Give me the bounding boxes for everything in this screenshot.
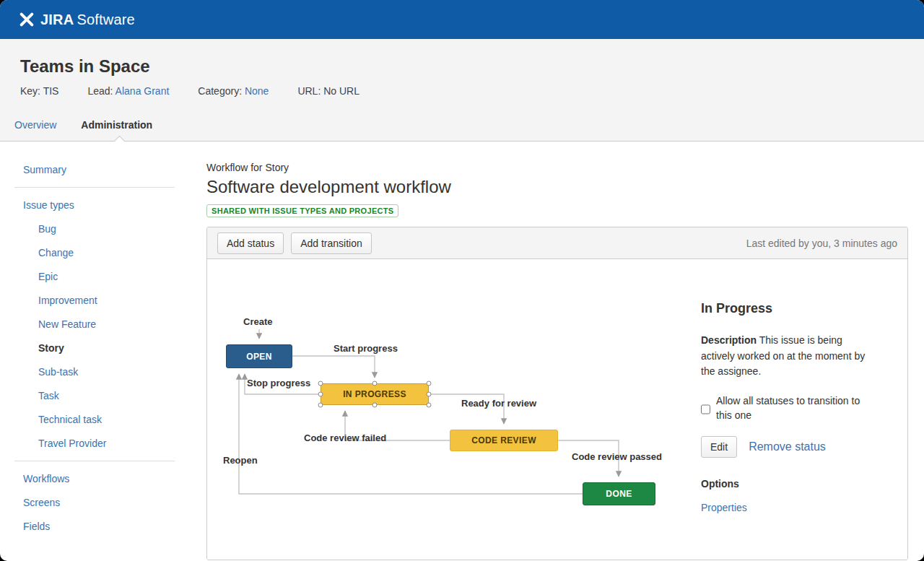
sidebar-item-story[interactable]: Story <box>38 342 192 355</box>
selection-handle[interactable] <box>427 381 432 386</box>
selection-handle[interactable] <box>318 392 323 397</box>
top-navigation-bar: JIRASoftware <box>0 0 924 39</box>
inspector-actions: Edit Remove status <box>701 436 881 458</box>
status-node-in-progress[interactable]: IN PROGRESS <box>321 383 429 405</box>
selection-handle[interactable] <box>318 381 323 386</box>
jira-logo-text: JIRASoftware <box>40 12 135 28</box>
sidebar-item-change[interactable]: Change <box>38 246 192 259</box>
workflow-context-label: Workflow for Story <box>206 162 908 173</box>
status-node-open[interactable]: OPEN <box>226 344 292 368</box>
project-lead: Lead: Alana Grant <box>87 85 169 97</box>
sidebar-item-summary[interactable]: Summary <box>23 163 192 176</box>
options-heading: Options <box>701 478 881 490</box>
sidebar-divider <box>14 461 175 461</box>
tab-administration[interactable]: Administration <box>81 119 152 131</box>
sidebar-item-workflows[interactable]: Workflows <box>23 472 192 485</box>
allow-all-transitions-checkbox[interactable] <box>701 396 710 423</box>
transition-label-code-review-failed[interactable]: Code review failed <box>304 432 386 443</box>
sidebar-item-fields[interactable]: Fields <box>23 520 192 533</box>
project-key: Key: TIS <box>20 85 58 97</box>
project-header: Teams in Space Key: TIS Lead: Alana Gran… <box>0 39 924 108</box>
transition-label-start-progress[interactable]: Start progress <box>334 343 398 354</box>
status-inspector: In Progress Description This issue is be… <box>701 301 881 513</box>
last-edited-text: Last edited by you, 3 minutes ago <box>746 238 897 249</box>
jira-logo-icon <box>19 12 35 27</box>
issue-type-list: Bug Change Epic Improvement New Feature … <box>38 222 192 450</box>
jira-logo[interactable]: JIRASoftware <box>19 12 135 28</box>
selection-handle[interactable] <box>372 381 378 386</box>
sidebar-item-travel-provider[interactable]: Travel Provider <box>38 437 192 450</box>
sidebar-item-new-feature[interactable]: New Feature <box>38 318 192 331</box>
project-title: Teams in Space <box>20 56 924 77</box>
sidebar-divider <box>14 187 175 188</box>
transition-label-ready-for-review[interactable]: Ready for review <box>461 398 536 409</box>
edit-status-button[interactable]: Edit <box>701 436 737 458</box>
sidebar-item-sub-task[interactable]: Sub-task <box>38 365 192 378</box>
workflow-canvas[interactable]: Create Start progress Stop progress Read… <box>207 259 907 560</box>
status-node-code-review[interactable]: CODE REVIEW <box>450 430 558 451</box>
add-status-button[interactable]: Add status <box>217 232 284 254</box>
page-title: Software development workflow <box>206 177 908 197</box>
workflow-editor-panel: Add status Add transition Last edited by… <box>206 227 908 560</box>
selection-handle[interactable] <box>318 403 323 408</box>
inspector-description: Description This issue is being actively… <box>701 333 870 380</box>
transition-label-create[interactable]: Create <box>243 316 272 327</box>
selection-handle[interactable] <box>427 403 432 408</box>
selection-handle[interactable] <box>427 392 432 397</box>
selection-handle[interactable] <box>372 403 378 408</box>
transition-label-reopen[interactable]: Reopen <box>223 455 258 466</box>
description-label: Description <box>701 334 757 346</box>
project-category: Category: None <box>198 85 269 97</box>
sidebar-item-task[interactable]: Task <box>38 389 192 402</box>
project-lead-link[interactable]: Alana Grant <box>116 85 170 97</box>
sidebar-item-issue-types[interactable]: Issue types <box>23 199 192 212</box>
properties-link[interactable]: Properties <box>701 502 747 513</box>
shared-workflow-badge: SHARED WITH ISSUE TYPES AND PROJECTS <box>206 204 398 217</box>
sidebar-item-technical-task[interactable]: Technical task <box>38 413 192 426</box>
project-category-link[interactable]: None <box>245 85 269 97</box>
sidebar-item-screens[interactable]: Screens <box>23 496 192 509</box>
allow-all-transitions-label: Allow all statuses to transition to this… <box>716 393 874 423</box>
workflow-toolbar: Add status Add transition Last edited by… <box>207 227 907 259</box>
transition-label-stop-progress[interactable]: Stop progress <box>247 378 310 388</box>
allow-all-transitions-row: Allow all statuses to transition to this… <box>701 393 874 423</box>
sidebar-item-bug[interactable]: Bug <box>38 222 192 235</box>
project-tabs: Overview Administration <box>0 108 924 142</box>
remove-status-link[interactable]: Remove status <box>749 440 826 453</box>
admin-sidebar: Summary Issue types Bug Change Epic Impr… <box>0 142 192 544</box>
status-node-done[interactable]: DONE <box>583 482 655 505</box>
transition-label-code-review-passed[interactable]: Code review passed <box>572 451 662 462</box>
sidebar-item-improvement[interactable]: Improvement <box>38 294 192 307</box>
jira-window: JIRASoftware Teams in Space Key: TIS Lea… <box>0 0 924 561</box>
main-content: Workflow for Story Software development … <box>206 142 908 560</box>
tab-overview[interactable]: Overview <box>14 119 56 131</box>
inspector-title: In Progress <box>701 301 881 316</box>
project-url: URL: No URL <box>297 85 359 97</box>
add-transition-button[interactable]: Add transition <box>291 232 372 254</box>
project-meta: Key: TIS Lead: Alana Grant Category: Non… <box>20 85 924 97</box>
sidebar-item-epic[interactable]: Epic <box>38 270 192 283</box>
